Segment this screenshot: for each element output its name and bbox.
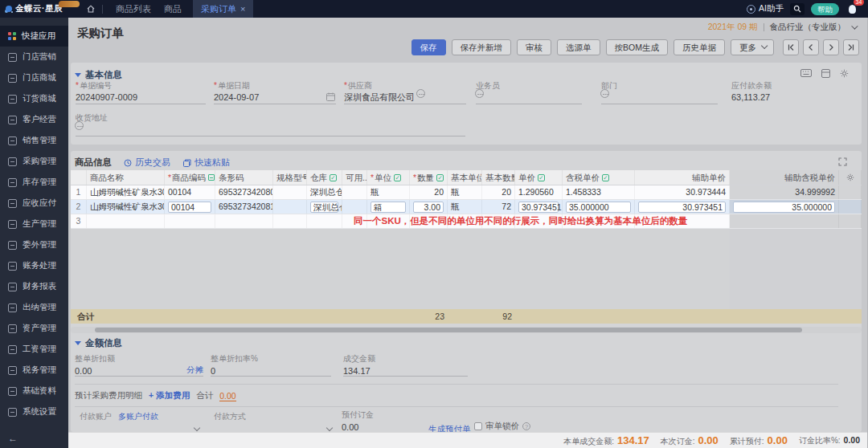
sidebar-item-base-data[interactable]: 基础资料	[0, 381, 68, 401]
expense-total-value[interactable]: 0.00	[219, 391, 235, 401]
sidebar-item-customer[interactable]: 客户经营	[0, 109, 68, 130]
lock-price-option[interactable]: 审单锁价	[474, 421, 530, 432]
lookup-icon[interactable]	[416, 89, 425, 98]
cell-aux-tax-price-input[interactable]: 35.000000	[730, 200, 839, 214]
sidebar-item-cashier[interactable]: 出纳管理	[0, 297, 68, 318]
cell-tax-price[interactable]: 1.458333	[563, 185, 635, 199]
audit-button[interactable]: 审核	[517, 39, 551, 55]
sidebar-item-purchase[interactable]: 采购管理	[0, 151, 68, 172]
cell-code-input[interactable]: 00104	[165, 200, 215, 214]
help-question-icon[interactable]	[522, 422, 530, 430]
tab-purchase-order[interactable]: 采购订单	[193, 0, 253, 18]
col-aux-tax-price[interactable]: 辅助含税单价	[730, 170, 839, 185]
col-base-qty[interactable]: 基本数量	[482, 170, 515, 185]
sidebar-item-tax[interactable]: 税务管理	[0, 360, 68, 381]
cell-warehouse[interactable]: 深圳总仓	[307, 185, 342, 199]
multi-account-link[interactable]: 多账户付款	[118, 411, 158, 422]
col-tax-price[interactable]: 含税单价	[563, 170, 635, 185]
amount-info-header[interactable]: 金额信息	[75, 337, 122, 349]
col-qty[interactable]: 数量	[410, 170, 448, 185]
layout-icon[interactable]	[821, 69, 830, 78]
cell-aux-price[interactable]: 30.973444	[635, 185, 730, 199]
sidebar-collapse-arrow-icon[interactable]	[8, 433, 18, 444]
sidebar-item-order-mall[interactable]: 订货商城	[0, 88, 68, 109]
cell-spec[interactable]	[273, 200, 307, 214]
sidebar-item-production[interactable]: 生产管理	[0, 214, 68, 234]
cell-code[interactable]: 00104	[165, 185, 215, 199]
gen-prepay-link[interactable]: 生成预付单	[428, 421, 471, 432]
allocate-link[interactable]: 分摊	[186, 365, 203, 376]
delivery-address-input[interactable]	[76, 123, 465, 136]
sidebar-item-store-marketing[interactable]: 门店营销	[0, 47, 68, 67]
close-tab-icon[interactable]	[240, 5, 245, 14]
user-avatar[interactable]: 34	[845, 2, 860, 16]
save-and-new-button[interactable]: 保存并新增	[452, 39, 512, 55]
cell-warehouse-input[interactable]: 深圳总仓	[307, 200, 342, 214]
next-record-icon[interactable]	[823, 39, 839, 55]
select-source-button[interactable]: 选源单	[557, 39, 600, 55]
col-unit[interactable]: 单位	[367, 170, 410, 185]
batch-fill-checkbox-icon[interactable]	[602, 174, 609, 181]
col-warehouse[interactable]: 仓库	[307, 170, 342, 185]
supplier-input[interactable]: 深圳食品有限公司	[344, 91, 466, 104]
last-record-icon[interactable]	[843, 39, 859, 55]
horizontal-scrollbar[interactable]	[71, 327, 862, 333]
cell-base-qty[interactable]: 20	[482, 185, 515, 199]
lookup-icon[interactable]	[475, 89, 484, 98]
keyboard-shortcut-icon[interactable]	[800, 69, 812, 78]
quick-paste-link[interactable]: 快速粘贴	[183, 157, 230, 169]
home-icon[interactable]	[86, 4, 96, 14]
cell-aux-price-input[interactable]: 30.973451	[635, 200, 730, 214]
col-product-name[interactable]: 商品名称	[87, 170, 165, 185]
col-available[interactable]: 可用...	[342, 170, 367, 185]
cell-available[interactable]	[342, 185, 367, 199]
cell-aux-tax-price[interactable]: 34.999992	[730, 185, 839, 199]
col-aux-price[interactable]: 辅助单价	[635, 170, 730, 185]
lock-price-checkbox[interactable]	[474, 422, 482, 430]
cell-available[interactable]	[342, 200, 367, 214]
cell-spec[interactable]	[273, 185, 307, 199]
generate-by-bom-button[interactable]: 按BOM生成	[606, 39, 668, 55]
doc-number-input[interactable]: 20240907-0009	[76, 91, 206, 104]
save-button[interactable]: 保存	[411, 39, 446, 55]
batch-fill-checkbox-icon[interactable]	[330, 174, 337, 181]
help-button[interactable]: 帮助	[811, 3, 839, 15]
sidebar-item-assets[interactable]: 资产管理	[0, 318, 68, 339]
sidebar-item-settings[interactable]: 系统设置	[0, 401, 68, 422]
pay-method-select[interactable]	[209, 422, 332, 432]
batch-fill-checkbox-icon[interactable]	[394, 174, 401, 181]
scan-code-button[interactable]: 扫码	[208, 170, 215, 185]
sidebar-item-store-mall[interactable]: 门店商城	[0, 67, 68, 88]
sidebar-item-outsourcing[interactable]: 委外管理	[0, 234, 68, 255]
pay-account-select[interactable]	[75, 422, 199, 432]
tab-product-list[interactable]: 商品列表	[116, 3, 151, 15]
col-product-code[interactable]: 商品编码扫码	[165, 170, 215, 185]
settings-gear-icon[interactable]	[840, 69, 849, 78]
add-expense-link[interactable]: 添加费用	[149, 390, 190, 401]
expand-fullscreen-icon[interactable]	[838, 157, 847, 166]
cell-price[interactable]: 1.290560	[515, 185, 563, 199]
accounting-period[interactable]: 2021年 09 期	[708, 22, 758, 33]
sidebar-item-accounting[interactable]: 账务处理	[0, 255, 68, 276]
col-barcode[interactable]: 条形码	[215, 170, 273, 185]
sidebar-item-quick-apps[interactable]: 快捷应用	[0, 26, 68, 47]
cell-unit-input[interactable]: 箱	[367, 200, 410, 214]
cell-base-qty[interactable]: 72	[482, 200, 515, 214]
cell-price-input[interactable]: 30.973451	[515, 200, 563, 214]
doc-date-input[interactable]: 2024-09-07	[214, 91, 336, 104]
lookup-icon[interactable]	[75, 121, 84, 130]
discount-amount-input[interactable]: 0.00	[75, 366, 186, 376]
history-trade-link[interactable]: 历史交易	[124, 157, 170, 169]
sidebar-item-payables[interactable]: 应收应付	[0, 193, 68, 214]
col-price[interactable]: 单价	[515, 170, 563, 185]
batch-fill-checkbox-icon[interactable]	[436, 174, 444, 181]
discount-rate-input[interactable]: 0	[211, 366, 331, 376]
calendar-icon[interactable]	[326, 92, 335, 101]
cell-name[interactable]: 山姆弱碱性矿泉水300ml	[87, 185, 165, 199]
scrollbar-thumb[interactable]	[95, 328, 802, 332]
cell-barcode[interactable]: 6953273420812	[215, 200, 273, 214]
prev-record-icon[interactable]	[803, 39, 819, 55]
more-button[interactable]: 更多	[731, 39, 774, 55]
ai-assistant-button[interactable]: AI助手	[747, 3, 784, 14]
sidebar-item-payroll[interactable]: 工资管理	[0, 339, 68, 360]
